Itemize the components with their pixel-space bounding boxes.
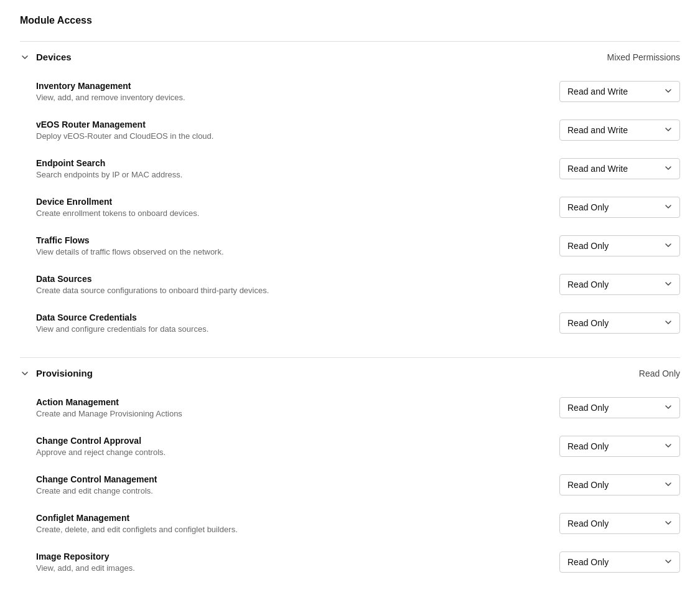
module-name-provisioning-4: Image Repository xyxy=(36,551,534,561)
page-title: Module Access xyxy=(20,15,680,26)
module-desc-devices-5: Create data source configurations to onb… xyxy=(36,286,534,295)
dropdown-chevron-icon-provisioning-4 xyxy=(665,558,672,567)
permission-value-devices-2: Read and Write xyxy=(567,164,628,174)
module-name-provisioning-1: Change Control Approval xyxy=(36,436,534,446)
dropdown-chevron-icon-provisioning-0 xyxy=(665,403,672,413)
section-provisioning: ProvisioningRead OnlyAction ManagementCr… xyxy=(20,357,680,586)
list-item: Change Control ApprovalApprove and rejec… xyxy=(36,427,680,466)
permission-value-provisioning-3: Read Only xyxy=(567,518,609,528)
list-item: Endpoint SearchSearch endpoints by IP or… xyxy=(36,149,680,188)
module-desc-devices-3: Create enrollment tokens to onboard devi… xyxy=(36,209,534,218)
permission-value-provisioning-4: Read Only xyxy=(567,557,609,567)
section-devices: DevicesMixed PermissionsInventory Manage… xyxy=(20,41,680,347)
module-name-devices-1: vEOS Router Management xyxy=(36,120,534,129)
permission-value-provisioning-1: Read Only xyxy=(567,441,609,451)
list-item: Data SourcesCreate data source configura… xyxy=(36,265,680,304)
list-item: Traffic FlowsView details of traffic flo… xyxy=(36,227,680,265)
permission-value-provisioning-2: Read Only xyxy=(567,480,609,490)
permission-dropdown-devices-4[interactable]: Read Only xyxy=(559,235,680,256)
module-info-provisioning-0: Action ManagementCreate and Manage Provi… xyxy=(36,397,559,418)
dropdown-chevron-icon-provisioning-3 xyxy=(665,519,672,528)
module-desc-provisioning-2: Create and edit change controls. xyxy=(36,486,534,495)
list-item: vEOS Router ManagementDeploy vEOS-Router… xyxy=(36,111,680,149)
section-permission-summary-provisioning: Read Only xyxy=(639,368,680,378)
permission-dropdown-provisioning-1[interactable]: Read Only xyxy=(559,436,680,457)
list-item: Device EnrollmentCreate enrollment token… xyxy=(36,188,680,227)
list-item: Change Control ManagementCreate and edit… xyxy=(36,466,680,504)
permission-value-devices-4: Read Only xyxy=(567,241,609,251)
permission-dropdown-devices-1[interactable]: Read and Write xyxy=(559,120,680,141)
permission-dropdown-devices-0[interactable]: Read and Write xyxy=(559,81,680,102)
module-desc-devices-0: View, add, and remove inventory devices. xyxy=(36,93,534,102)
module-info-provisioning-4: Image RepositoryView, add, and edit imag… xyxy=(36,551,559,573)
dropdown-chevron-icon-devices-6 xyxy=(665,319,672,328)
module-desc-devices-6: View and configure credentials for data … xyxy=(36,324,534,334)
list-item: Configlet ManagementCreate, delete, and … xyxy=(36,504,680,543)
list-item: Image RepositoryView, add, and edit imag… xyxy=(36,543,680,581)
dropdown-chevron-icon-devices-3 xyxy=(665,203,672,212)
dropdown-chevron-icon-provisioning-2 xyxy=(665,481,672,490)
module-info-devices-6: Data Source CredentialsView and configur… xyxy=(36,312,559,334)
chevron-down-icon-devices[interactable] xyxy=(20,52,30,62)
module-name-provisioning-0: Action Management xyxy=(36,397,534,407)
dropdown-chevron-icon-devices-0 xyxy=(665,87,672,96)
module-desc-devices-4: View details of traffic flows observed o… xyxy=(36,247,534,256)
permission-dropdown-devices-2[interactable]: Read and Write xyxy=(559,158,680,179)
module-info-provisioning-3: Configlet ManagementCreate, delete, and … xyxy=(36,513,559,534)
module-name-devices-3: Device Enrollment xyxy=(36,197,534,207)
module-name-devices-4: Traffic Flows xyxy=(36,235,534,245)
module-info-devices-1: vEOS Router ManagementDeploy vEOS-Router… xyxy=(36,120,559,141)
section-header-provisioning: ProvisioningRead Only xyxy=(20,358,680,386)
module-name-devices-6: Data Source Credentials xyxy=(36,312,534,322)
permission-value-provisioning-0: Read Only xyxy=(567,403,609,413)
list-item: Action ManagementCreate and Manage Provi… xyxy=(36,388,680,427)
section-title-devices: Devices xyxy=(36,52,72,62)
module-info-devices-0: Inventory ManagementView, add, and remov… xyxy=(36,81,559,102)
chevron-down-icon-provisioning[interactable] xyxy=(20,368,30,378)
module-name-provisioning-2: Change Control Management xyxy=(36,474,534,484)
permission-value-devices-0: Read and Write xyxy=(567,87,628,96)
permission-dropdown-devices-3[interactable]: Read Only xyxy=(559,197,680,218)
module-info-devices-2: Endpoint SearchSearch endpoints by IP or… xyxy=(36,158,559,179)
list-item: Data Source CredentialsView and configur… xyxy=(36,304,680,342)
module-desc-devices-2: Search endpoints by IP or MAC address. xyxy=(36,170,534,179)
dropdown-chevron-icon-devices-4 xyxy=(665,242,672,251)
permission-value-devices-6: Read Only xyxy=(567,318,609,328)
module-desc-provisioning-3: Create, delete, and edit configlets and … xyxy=(36,525,534,534)
permission-dropdown-devices-5[interactable]: Read Only xyxy=(559,274,680,295)
section-title-provisioning: Provisioning xyxy=(36,368,93,378)
permission-dropdown-provisioning-0[interactable]: Read Only xyxy=(559,397,680,418)
section-header-left-provisioning: Provisioning xyxy=(20,368,93,378)
permission-value-devices-5: Read Only xyxy=(567,279,609,289)
permission-dropdown-provisioning-2[interactable]: Read Only xyxy=(559,474,680,495)
section-header-devices: DevicesMixed Permissions xyxy=(20,42,680,70)
section-permission-summary-devices: Mixed Permissions xyxy=(607,52,680,62)
permission-dropdown-provisioning-3[interactable]: Read Only xyxy=(559,513,680,534)
module-desc-provisioning-1: Approve and reject change controls. xyxy=(36,448,534,457)
module-name-devices-2: Endpoint Search xyxy=(36,158,534,168)
dropdown-chevron-icon-devices-5 xyxy=(665,280,672,289)
module-desc-provisioning-0: Create and Manage Provisioning Actions xyxy=(36,409,534,418)
dropdown-chevron-icon-devices-1 xyxy=(665,126,672,135)
section-header-left-devices: Devices xyxy=(20,52,72,62)
list-item: Inventory ManagementView, add, and remov… xyxy=(36,72,680,111)
dropdown-chevron-icon-devices-2 xyxy=(665,164,672,174)
dropdown-chevron-icon-provisioning-1 xyxy=(665,442,672,451)
permission-dropdown-devices-6[interactable]: Read Only xyxy=(559,312,680,334)
module-info-devices-4: Traffic FlowsView details of traffic flo… xyxy=(36,235,559,256)
module-info-devices-3: Device EnrollmentCreate enrollment token… xyxy=(36,197,559,218)
module-access-container: DevicesMixed PermissionsInventory Manage… xyxy=(20,41,680,586)
module-info-devices-5: Data SourcesCreate data source configura… xyxy=(36,274,559,295)
module-name-devices-0: Inventory Management xyxy=(36,81,534,91)
module-list-devices: Inventory ManagementView, add, and remov… xyxy=(20,70,680,347)
module-info-provisioning-2: Change Control ManagementCreate and edit… xyxy=(36,474,559,495)
module-name-provisioning-3: Configlet Management xyxy=(36,513,534,523)
module-info-provisioning-1: Change Control ApprovalApprove and rejec… xyxy=(36,436,559,457)
permission-value-devices-3: Read Only xyxy=(567,202,609,212)
module-name-devices-5: Data Sources xyxy=(36,274,534,284)
module-desc-provisioning-4: View, add, and edit images. xyxy=(36,563,534,573)
permission-dropdown-provisioning-4[interactable]: Read Only xyxy=(559,551,680,573)
module-desc-devices-1: Deploy vEOS-Router and CloudEOS in the c… xyxy=(36,131,534,141)
module-list-provisioning: Action ManagementCreate and Manage Provi… xyxy=(20,386,680,586)
permission-value-devices-1: Read and Write xyxy=(567,125,628,135)
